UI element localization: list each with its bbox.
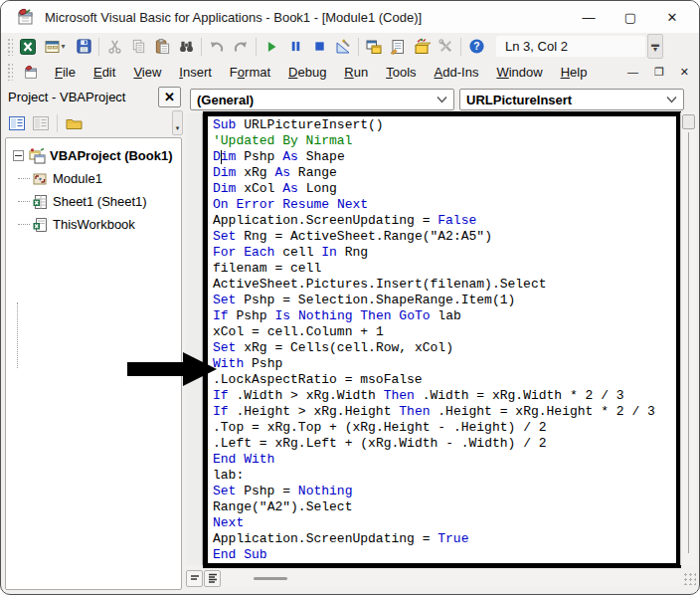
menu-run[interactable]: Run: [335, 62, 377, 83]
object-dropdown[interactable]: (General): [190, 89, 454, 110]
project-panel-header: Project - VBAProject ✕: [4, 85, 183, 108]
vertical-scrollbar[interactable]: [680, 112, 696, 565]
procedure-dropdown[interactable]: URLPictureInsert: [459, 89, 684, 110]
close-button[interactable]: ✕: [651, 1, 693, 33]
sheet-icon: [32, 194, 49, 210]
code-line[interactable]: Range("A2").Select: [213, 499, 655, 515]
annotation-arrow-icon: [125, 348, 219, 390]
cut-button[interactable]: [102, 35, 126, 58]
resize-grip-icon[interactable]: [682, 571, 696, 585]
code-line[interactable]: Dim xRg As Range: [213, 165, 655, 181]
tree-item-sheet1[interactable]: Sheet1 (Sheet1): [6, 190, 181, 213]
code-lines[interactable]: Sub URLPictureInsert()'Updated By Nirmal…: [213, 117, 655, 563]
code-line[interactable]: Dim Pshp As Shape: [213, 149, 655, 165]
standard-toolbar: ▾: [1, 33, 699, 60]
code-line[interactable]: ActiveSheet.Pictures.Insert(filenam).Sel…: [213, 277, 655, 293]
menu-tools[interactable]: Tools: [377, 62, 425, 83]
menu-help[interactable]: Help: [552, 62, 597, 83]
mdi-minimize-button[interactable]: —: [627, 66, 638, 78]
project-explorer-button[interactable]: [362, 35, 386, 58]
code-line[interactable]: Set Pshp = Nothing: [213, 484, 655, 499]
code-margin-indicator-bar[interactable]: [186, 113, 203, 565]
horizontal-scrollbar-thumb[interactable]: [254, 577, 287, 580]
mdi-restore-button[interactable]: ❐: [654, 66, 664, 79]
menu-bar: FileEditViewInsertFormatDebugRunToolsAdd…: [1, 60, 699, 84]
code-line[interactable]: On Error Resume Next: [213, 197, 655, 213]
object-browser-button[interactable]: [410, 35, 434, 58]
code-line[interactable]: If .Width > xRg.Width Then .Width = xRg.…: [213, 388, 655, 404]
code-line[interactable]: Sub URLPictureInsert(): [213, 117, 655, 133]
view-code-button[interactable]: [6, 112, 28, 133]
menu-window[interactable]: Window: [487, 62, 551, 83]
code-line[interactable]: Dim xCol As Long: [213, 181, 655, 197]
code-line[interactable]: Next: [213, 515, 655, 531]
code-line[interactable]: Set Pshp = Selection.ShapeRange.Item(1): [213, 293, 655, 308]
save-button[interactable]: [72, 35, 95, 58]
insert-userform-button[interactable]: ▾: [40, 35, 72, 58]
code-line[interactable]: filenam = cell: [213, 261, 655, 277]
menu-edit[interactable]: Edit: [85, 62, 124, 83]
reset-button[interactable]: [307, 35, 331, 58]
toolbox-button[interactable]: [434, 35, 457, 58]
menu-insert[interactable]: Insert: [170, 62, 221, 83]
code-line[interactable]: End Sub: [213, 547, 655, 563]
toolbar-options-button[interactable]: ▬▾: [647, 34, 663, 59]
redo-button[interactable]: [229, 35, 253, 58]
menu-addins[interactable]: Add-Ins: [426, 62, 488, 83]
full-module-view-button[interactable]: [204, 570, 221, 587]
menu-format[interactable]: Format: [221, 62, 279, 83]
code-line[interactable]: Set Rng = ActiveSheet.Range("A2:A5"): [213, 229, 655, 245]
menu-view[interactable]: View: [124, 62, 170, 83]
help-button[interactable]: ?: [464, 35, 488, 58]
code-line[interactable]: End With: [213, 452, 655, 468]
code-line[interactable]: 'Updated By Nirmal: [213, 133, 655, 149]
code-line[interactable]: lab:: [213, 468, 655, 484]
code-line[interactable]: With Pshp: [213, 356, 655, 372]
view-object-button[interactable]: [30, 112, 52, 133]
toolbar-separator: [358, 38, 359, 56]
toolbar-grip[interactable]: [7, 38, 13, 56]
design-mode-button[interactable]: [331, 35, 355, 58]
code-line[interactable]: xCol = cell.Column + 1: [213, 324, 655, 340]
vba-editor-screen: Microsoft Visual Basic for Applications …: [0, 0, 700, 595]
view-microsoft-excel-button[interactable]: [16, 35, 40, 58]
tree-item-vbaproject[interactable]: VBAProject (Book1): [6, 144, 181, 167]
code-line[interactable]: If Pshp Is Nothing Then GoTo lab: [213, 308, 655, 324]
tree-item-thisworkbook[interactable]: ThisWorkbook: [6, 213, 181, 236]
project-panel-close-button[interactable]: ✕: [158, 87, 181, 107]
find-button[interactable]: [174, 35, 198, 58]
copy-button[interactable]: [126, 35, 150, 58]
horizontal-scrollbar[interactable]: [222, 570, 680, 587]
collapse-expander-icon[interactable]: [13, 150, 24, 161]
toggle-folders-button[interactable]: [63, 112, 85, 133]
procedure-view-button[interactable]: [186, 570, 203, 587]
scissors-icon: [106, 38, 123, 55]
insert-dropdown-arrow-icon[interactable]: ▾: [59, 42, 69, 51]
project-toolbar-separator: [57, 114, 58, 132]
tree-item-label: Module1: [53, 171, 102, 186]
paste-button[interactable]: [150, 35, 174, 58]
vertical-scrollbar-thumb[interactable]: [682, 114, 695, 129]
code-line[interactable]: .Left = xRg.Left + (xRg.Width - .Width) …: [213, 436, 655, 452]
mdi-close-button[interactable]: ✕: [680, 66, 689, 79]
code-line[interactable]: Application.ScreenUpdating = True: [213, 531, 655, 547]
help-icon: ?: [468, 38, 485, 55]
window-controls: — ▢ ✕: [568, 1, 693, 33]
code-line[interactable]: .LockAspectRatio = msoFalse: [213, 372, 655, 388]
project-toolbar-overflow-button[interactable]: ▾: [172, 110, 183, 135]
run-sub-button[interactable]: [260, 35, 283, 58]
code-line[interactable]: Set xRg = Cells(cell.Row, xCol): [213, 340, 655, 356]
minimize-button[interactable]: —: [568, 1, 610, 33]
code-line[interactable]: For Each cell In Rng: [213, 245, 655, 261]
code-line[interactable]: Application.ScreenUpdating = False: [213, 213, 655, 229]
code-line[interactable]: .Top = xRg.Top + (xRg.Height - .Height) …: [213, 420, 655, 436]
menu-file[interactable]: File: [46, 62, 85, 83]
undo-button[interactable]: [205, 35, 229, 58]
maximize-button[interactable]: ▢: [610, 1, 651, 33]
tree-item-module1[interactable]: Module1: [6, 167, 181, 190]
break-button[interactable]: [283, 35, 307, 58]
menu-debug[interactable]: Debug: [279, 62, 335, 83]
menubar-grip[interactable]: [7, 63, 13, 81]
code-line[interactable]: If .Height > xRg.Height Then .Height = x…: [213, 404, 655, 420]
properties-window-button[interactable]: [386, 35, 410, 58]
